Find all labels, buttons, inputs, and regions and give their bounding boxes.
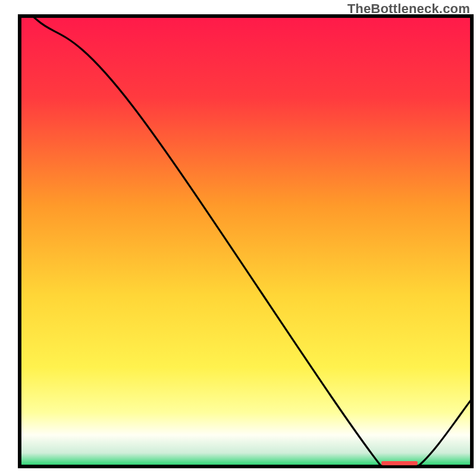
chart-svg <box>0 0 476 476</box>
plot-background <box>20 16 472 466</box>
watermark-text: TheBottleneck.com <box>347 1 470 17</box>
min-marker <box>381 461 418 465</box>
chart-container: TheBottleneck.com <box>0 0 476 476</box>
